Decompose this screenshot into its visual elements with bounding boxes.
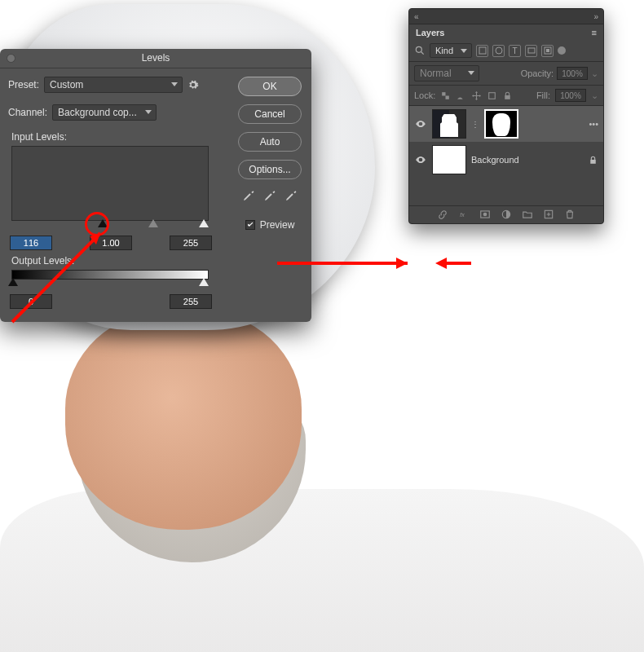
filter-shape-icon[interactable] <box>525 45 537 57</box>
svg-point-14 <box>483 212 487 216</box>
channel-select[interactable]: Background cop... <box>52 104 157 121</box>
link-layers-icon[interactable] <box>437 209 448 222</box>
group-icon[interactable] <box>522 209 533 222</box>
layer-style-icon[interactable]: fx <box>458 209 470 222</box>
lock-transparency-icon[interactable] <box>440 90 451 101</box>
highlights-slider-handle[interactable] <box>199 219 209 227</box>
layers-tab[interactable]: Layers ≡ <box>409 24 603 40</box>
filter-smart-icon[interactable] <box>541 45 554 57</box>
channel-label: Channel: <box>8 107 47 118</box>
filter-toggle-icon[interactable] <box>558 46 566 55</box>
lock-artboard-icon[interactable] <box>487 90 497 101</box>
output-gradient <box>11 270 209 280</box>
lock-all-icon[interactable] <box>502 90 513 101</box>
svg-rect-8 <box>446 95 449 99</box>
search-icon[interactable] <box>414 45 426 56</box>
filter-kind-select[interactable]: Kind <box>430 43 472 58</box>
svg-point-0 <box>416 46 421 52</box>
chevron-down-icon <box>145 110 152 114</box>
input-white-field[interactable] <box>170 236 212 250</box>
visibility-eye-icon[interactable] <box>414 118 427 130</box>
chef-jacket-shape <box>0 489 644 652</box>
output-white-handle[interactable] <box>199 278 209 286</box>
output-levels-label: Output Levels: <box>11 255 223 267</box>
gray-point-eyedropper-icon[interactable] <box>263 189 276 205</box>
filter-type-icon[interactable]: T <box>509 45 521 57</box>
svg-point-3 <box>496 47 502 54</box>
auto-button[interactable]: Auto <box>238 132 302 152</box>
dialog-title: Levels <box>142 52 170 64</box>
shadows-slider-handle[interactable] <box>98 219 108 227</box>
preset-label: Preset: <box>8 79 39 90</box>
layer-row-2[interactable]: Background <box>409 142 603 178</box>
gear-icon[interactable] <box>187 79 199 90</box>
adjustment-layer-icon[interactable] <box>501 209 512 222</box>
options-button[interactable]: Options... <box>238 160 302 179</box>
channel-value: Background cop... <box>58 107 137 118</box>
add-mask-icon[interactable] <box>479 209 491 222</box>
layer-row-1[interactable]: ⋮ ••• <box>409 106 603 142</box>
svg-rect-2 <box>479 47 486 54</box>
fill-label: Fill: <box>536 90 550 100</box>
histogram <box>11 146 209 221</box>
white-point-eyedropper-icon[interactable] <box>285 189 298 205</box>
chevron-down-icon[interactable]: ⌄ <box>591 90 598 101</box>
input-levels-label: Input Levels: <box>11 131 223 143</box>
opacity-label: Opacity: <box>521 68 554 78</box>
filter-adjustment-icon[interactable] <box>492 45 505 57</box>
layers-bottom-toolbar: fx <box>409 205 603 223</box>
svg-rect-7 <box>442 92 445 95</box>
midtones-slider-handle[interactable] <box>148 219 158 227</box>
svg-rect-10 <box>505 95 511 99</box>
new-layer-icon[interactable] <box>543 209 554 222</box>
black-point-eyedropper-icon[interactable] <box>242 189 255 205</box>
dialog-titlebar[interactable]: Levels <box>0 49 311 68</box>
collapse-left-icon[interactable]: « <box>414 12 419 21</box>
preview-checkbox[interactable]: Preview <box>245 219 295 231</box>
preset-select[interactable]: Custom <box>44 77 183 93</box>
output-black-handle[interactable] <box>8 278 18 286</box>
trash-icon[interactable] <box>564 209 576 222</box>
preset-value: Custom <box>50 79 83 90</box>
layer-mask-thumbnail[interactable] <box>484 109 518 139</box>
preview-label: Preview <box>260 219 295 231</box>
panel-topbar[interactable]: « » <box>409 9 603 24</box>
svg-rect-11 <box>590 159 596 163</box>
layer-thumbnail[interactable] <box>432 145 466 174</box>
chevron-down-icon <box>468 71 474 75</box>
input-black-field[interactable] <box>10 236 52 250</box>
visibility-eye-icon[interactable] <box>414 154 427 165</box>
link-icon[interactable]: ⋮ <box>471 120 479 129</box>
svg-rect-6 <box>546 49 549 52</box>
layers-panel: « » Layers ≡ Kind T Normal Opacity: ⌄ Lo… <box>408 8 604 224</box>
cancel-button[interactable]: Cancel <box>238 104 302 124</box>
blend-mode-select[interactable]: Normal <box>414 65 479 82</box>
panel-menu-icon[interactable]: ≡ <box>592 28 597 37</box>
input-slider-track[interactable] <box>11 221 209 232</box>
svg-rect-4 <box>528 48 535 53</box>
filter-pixel-icon[interactable] <box>476 45 488 57</box>
output-black-field[interactable] <box>10 294 52 309</box>
layer-name[interactable]: Background <box>471 155 583 165</box>
chevron-down-icon[interactable]: ⌄ <box>591 68 598 79</box>
chevron-down-icon <box>461 49 467 53</box>
lock-icon <box>588 155 598 165</box>
levels-dialog: Levels Preset: Custom Channel: Backgroun… <box>0 49 311 322</box>
svg-rect-9 <box>489 92 496 99</box>
output-slider-track[interactable] <box>11 280 209 291</box>
opacity-field[interactable] <box>557 67 588 80</box>
chevron-down-icon <box>171 82 178 86</box>
svg-text:fx: fx <box>460 211 465 217</box>
output-white-field[interactable] <box>170 294 212 309</box>
lock-position-icon[interactable] <box>471 90 482 101</box>
collapse-right-icon[interactable]: » <box>593 12 598 21</box>
close-icon[interactable] <box>7 54 15 63</box>
svg-line-1 <box>421 52 424 55</box>
layer-thumbnail[interactable] <box>432 109 466 139</box>
checkbox-checked-icon <box>245 220 255 230</box>
lock-image-icon[interactable] <box>456 90 466 101</box>
ok-button[interactable]: OK <box>238 77 302 96</box>
fill-field[interactable] <box>555 89 586 102</box>
input-mid-field[interactable] <box>90 236 132 250</box>
more-icon[interactable]: ••• <box>589 119 598 129</box>
